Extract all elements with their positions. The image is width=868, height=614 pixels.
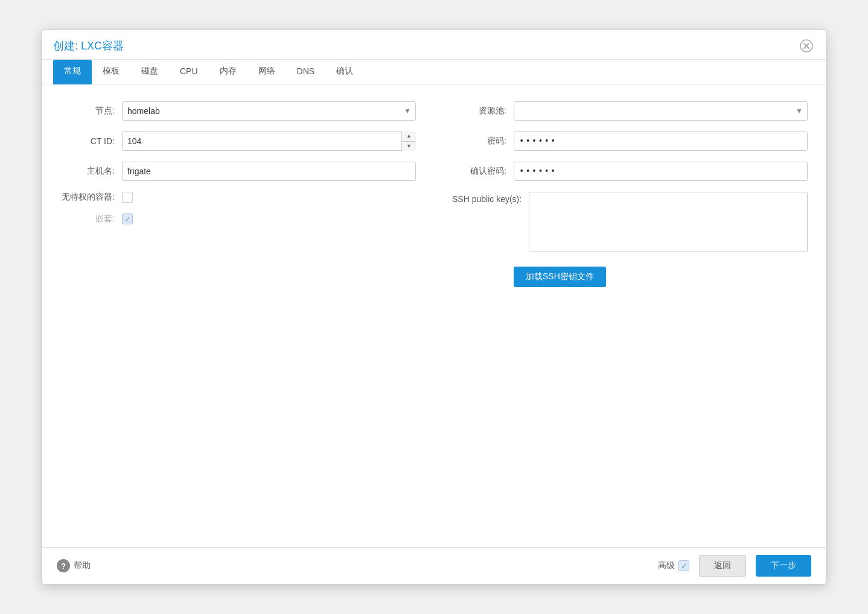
advanced-checkbox[interactable] — [678, 560, 689, 571]
pool-select-wrapper: ▼ — [514, 101, 808, 121]
pool-row: 资源池: ▼ — [452, 101, 808, 121]
password-row: 密码: — [452, 131, 808, 151]
load-ssh-row: 加载SSH密钥文件 — [452, 263, 808, 287]
form-right-col: 资源池: ▼ 密码: 确认密码: SSH public k — [452, 101, 808, 287]
load-ssh-button[interactable]: 加载SSH密钥文件 — [514, 267, 606, 287]
form-left-col: 节点: homelab ▼ CT ID: ▲ ▼ — [60, 101, 416, 287]
ctid-spinbox-buttons: ▲ ▼ — [401, 131, 416, 151]
pool-select[interactable] — [514, 101, 808, 121]
advanced-row: 高级 — [658, 560, 689, 571]
hostname-row: 主机名: — [60, 162, 416, 181]
dialog-title: 创建: LXC容器 — [53, 39, 124, 53]
password-label: 密码: — [452, 136, 506, 147]
ssh-row: SSH public key(s): — [452, 192, 808, 252]
back-button[interactable]: 返回 — [699, 555, 746, 577]
node-select-wrapper: homelab ▼ — [122, 101, 416, 121]
pool-label: 资源池: — [452, 106, 506, 116]
ssh-textarea[interactable] — [529, 192, 808, 252]
hostname-label: 主机名: — [60, 166, 115, 177]
help-button[interactable]: ? 帮助 — [57, 559, 91, 572]
nesting-checkbox[interactable] — [122, 214, 133, 224]
ctid-decrement-button[interactable]: ▼ — [402, 142, 416, 151]
unprivileged-label: 无特权的容器: — [60, 192, 115, 203]
ctid-label: CT ID: — [60, 136, 115, 146]
tab-memory[interactable]: 内存 — [209, 60, 247, 84]
tab-disk[interactable]: 磁盘 — [130, 60, 169, 84]
tab-general[interactable]: 常规 — [53, 60, 92, 84]
tab-dns[interactable]: DNS — [286, 60, 326, 84]
nesting-checkbox-wrapper — [122, 214, 133, 224]
node-row: 节点: homelab ▼ — [60, 101, 416, 121]
tab-confirm[interactable]: 确认 — [325, 60, 364, 84]
unprivileged-checkbox[interactable] — [122, 192, 133, 203]
advanced-label: 高级 — [658, 560, 675, 571]
password-input[interactable] — [514, 131, 808, 151]
dialog-footer: ? 帮助 高级 返回 下一步 — [42, 547, 826, 584]
unprivileged-checkbox-wrapper — [122, 192, 133, 203]
form-area: 节点: homelab ▼ CT ID: ▲ ▼ — [42, 84, 826, 547]
tabs-bar: 常规 模板 磁盘 CPU 内存 网络 DNS 确认 — [42, 60, 826, 84]
dialog-header: 创建: LXC容器 — [42, 30, 826, 60]
close-button[interactable] — [798, 37, 815, 54]
next-button[interactable]: 下一步 — [756, 555, 811, 577]
ssh-label: SSH public key(s): — [452, 192, 522, 204]
dialog: 创建: LXC容器 常规 模板 磁盘 CPU 内存 网络 DNS 确认 节点: — [42, 30, 826, 584]
help-icon: ? — [57, 559, 70, 572]
confirm-password-input[interactable] — [514, 162, 808, 181]
close-icon — [800, 39, 813, 52]
unprivileged-row: 无特权的容器: — [60, 192, 416, 203]
ctid-row: CT ID: ▲ ▼ — [60, 131, 416, 151]
confirm-password-label: 确认密码: — [452, 166, 506, 177]
dialog-title-prefix: 创建: — [53, 40, 81, 52]
nesting-label: 嵌套: — [60, 214, 115, 224]
tab-cpu[interactable]: CPU — [169, 60, 209, 84]
help-label: 帮助 — [74, 560, 91, 571]
footer-left: ? 帮助 — [57, 559, 91, 572]
hostname-input[interactable] — [122, 162, 416, 181]
nesting-row: 嵌套: — [60, 214, 416, 224]
dialog-title-main: LXC容器 — [81, 40, 124, 52]
ctid-increment-button[interactable]: ▲ — [402, 131, 416, 142]
node-label: 节点: — [60, 106, 115, 116]
footer-right: 高级 返回 下一步 — [658, 555, 811, 577]
ctid-input[interactable] — [122, 131, 416, 151]
confirm-password-row: 确认密码: — [452, 162, 808, 181]
node-select[interactable]: homelab — [122, 101, 416, 121]
tab-template[interactable]: 模板 — [92, 60, 130, 84]
ctid-spinbox-wrapper: ▲ ▼ — [122, 131, 416, 151]
tab-network[interactable]: 网络 — [247, 60, 286, 84]
